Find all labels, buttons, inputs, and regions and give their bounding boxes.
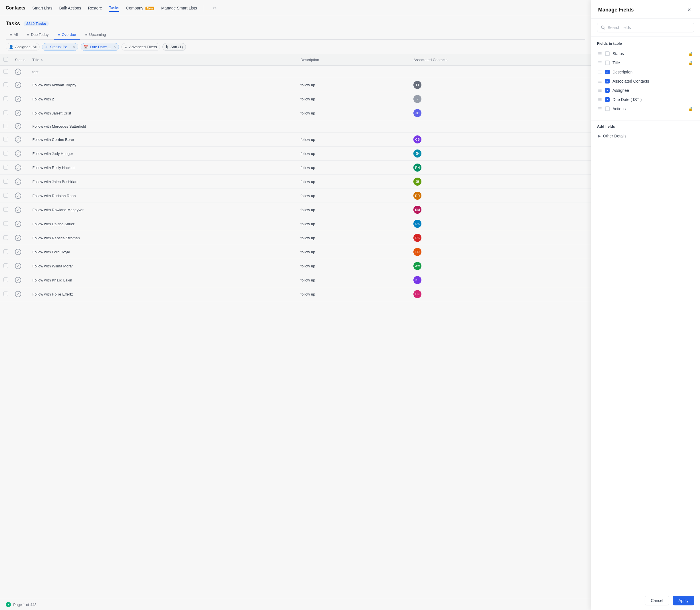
search-fields-input[interactable] [608,25,690,30]
tab-all[interactable]: ≡ All [6,30,22,39]
field-checkbox-description[interactable]: ✓ [605,70,609,74]
col-status: Status [12,54,29,66]
drag-handle[interactable] [598,52,602,55]
nav-smart-lists[interactable]: Smart Lists [32,4,52,12]
row-checkbox[interactable] [3,179,8,183]
row-checkbox[interactable] [3,277,8,282]
status-check[interactable]: ✓ [15,178,21,185]
status-check[interactable]: ✓ [15,150,21,157]
status-check[interactable]: ✓ [15,123,21,129]
task-description: follow up [297,175,410,189]
tab-upcoming-icon: ≡ [85,32,87,37]
row-checkbox[interactable] [3,165,8,170]
status-check[interactable]: ✓ [15,136,21,143]
field-checkbox-actions[interactable] [605,107,609,111]
nav-bulk-actions[interactable]: Bulk Actions [59,4,81,12]
row-checkbox[interactable] [3,291,8,296]
row-checkbox[interactable] [3,69,8,74]
tab-overdue[interactable]: ≡ Overdue [54,30,80,39]
row-checkbox[interactable] [3,124,8,128]
other-details-collapsible[interactable]: ▶ Other Details [597,131,694,141]
tasks-count: 8849 Tasks [23,21,49,27]
table-row: ✓ Follow with Judy Hoeger follow up JH [0,147,591,161]
row-checkbox[interactable] [3,235,8,240]
status-check[interactable]: ✓ [15,96,21,102]
status-check[interactable]: ✓ [15,235,21,241]
tab-due-today[interactable]: ≡ Due Today [23,30,53,39]
green-dot-icon[interactable] [6,602,11,607]
status-check[interactable]: ✓ [15,110,21,116]
row-checkbox[interactable] [3,111,8,115]
cancel-button[interactable]: Cancel [645,596,669,606]
add-fields-label: Add fields [597,124,694,129]
drag-handle[interactable] [598,70,602,74]
field-item-title[interactable]: Title 🔒 [597,58,694,67]
advanced-filters-button[interactable]: ▽ Advanced Filters [121,43,160,51]
due-date-close-icon[interactable]: ✕ [113,45,116,49]
task-contact: RM [410,203,591,217]
status-filter[interactable]: ✓ Status: Pe... ✕ [42,43,78,51]
row-checkbox[interactable] [3,137,8,142]
nav-manage-smart-lists[interactable]: Manage Smart Lists [161,4,197,12]
task-title: Follow with Khalid Lakin [29,273,297,287]
lock-icon: 🔒 [688,107,693,111]
nav-company[interactable]: Company New [126,4,154,12]
status-check[interactable]: ✓ [15,277,21,283]
row-checkbox[interactable] [3,151,8,156]
row-checkbox[interactable] [3,207,8,212]
field-checkbox-status[interactable] [605,51,609,56]
drag-handle[interactable] [598,89,602,92]
due-date-filter[interactable]: 📅 Due Date: ... ✕ [81,43,119,51]
row-checkbox[interactable] [3,96,8,101]
drag-handle[interactable] [598,61,602,64]
drag-handle[interactable] [598,107,602,110]
field-item-actions[interactable]: Actions 🔒 [597,104,694,113]
tab-upcoming[interactable]: ≡ Upcoming [81,30,110,39]
task-title: Follow with Hollie Effertz [29,287,297,301]
field-item-associated-contacts[interactable]: ✓ Associated Contacts [597,77,694,86]
field-checkbox-due-date[interactable]: ✓ [605,97,609,102]
assignee-filter[interactable]: 👤 Assignee: All [6,43,39,51]
field-item-due-date[interactable]: ✓ Due Date ( IST ) [597,95,694,104]
field-checkbox-title[interactable] [605,61,609,65]
status-check[interactable]: ✓ [15,249,21,255]
field-item-assignee[interactable]: ✓ Assignee [597,86,694,95]
select-all-checkbox[interactable] [3,57,8,62]
field-item-description[interactable]: ✓ Description [597,67,694,77]
task-title: Follow with Daisha Sauer [29,217,297,231]
task-contact: RR [410,189,591,203]
status-check[interactable]: ✓ [15,207,21,213]
status-close-icon[interactable]: ✕ [72,45,75,49]
task-title: Follow with Jarrett Crist [29,106,297,120]
row-checkbox[interactable] [3,249,8,254]
panel-close-button[interactable]: ✕ [685,6,693,14]
row-checkbox[interactable] [3,263,8,268]
task-contact: JC [410,106,591,120]
status-check[interactable]: ✓ [15,68,21,75]
settings-icon[interactable]: ⚙ [211,4,219,12]
task-title: Follow with Judy Hoeger [29,147,297,161]
row-checkbox[interactable] [3,221,8,226]
company-new-badge: New [145,6,154,10]
status-check[interactable]: ✓ [15,82,21,88]
drag-handle[interactable] [598,98,602,101]
sort-button[interactable]: ⇅ Sort (1) [162,43,186,51]
drag-handle[interactable] [598,80,602,83]
status-check[interactable]: ✓ [15,221,21,227]
field-checkbox-associated-contacts[interactable]: ✓ [605,79,609,83]
status-check[interactable]: ✓ [15,193,21,199]
apply-button[interactable]: Apply [673,596,694,606]
status-check[interactable]: ✓ [15,164,21,171]
status-check[interactable]: ✓ [15,291,21,297]
table-row: ✓ Follow with Jalen Bashirian follow up … [0,175,591,189]
field-checkbox-assignee[interactable]: ✓ [605,88,609,93]
nav-restore[interactable]: Restore [88,4,102,12]
fields-in-table-label: Fields in table [597,41,694,46]
col-title[interactable]: Title⇅ [29,54,297,66]
nav-tasks[interactable]: Tasks [109,4,119,12]
tab-overdue-label: Overdue [62,32,76,37]
status-check[interactable]: ✓ [15,263,21,269]
row-checkbox[interactable] [3,193,8,198]
field-item-status[interactable]: Status 🔒 [597,49,694,58]
row-checkbox[interactable] [3,82,8,87]
